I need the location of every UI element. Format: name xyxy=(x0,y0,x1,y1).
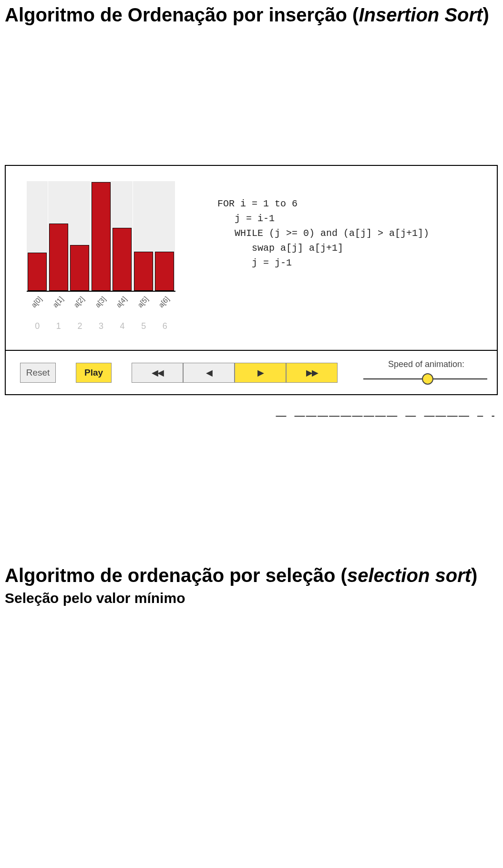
play-button-label: Play xyxy=(84,368,103,378)
pseudocode-block: FOR i = 1 to 6 j = i-1 WHILE (j >= 0) an… xyxy=(189,181,488,270)
bar-column[interactable] xyxy=(154,181,175,291)
bar-column[interactable] xyxy=(112,181,133,291)
heading2-prefix: Algoritmo de ordenação por seleção ( xyxy=(5,565,347,586)
heading-text-prefix: Algoritmo de Ordenação por inserção ( xyxy=(5,4,359,25)
reset-button[interactable]: Reset xyxy=(20,363,56,383)
bar xyxy=(70,245,89,291)
bar-column[interactable] xyxy=(69,181,90,291)
bar-column[interactable] xyxy=(48,181,69,291)
page-title-insertion-sort: Algoritmo de Ordenação por inserção (Ins… xyxy=(5,3,498,27)
visualization-body: a[0]a[1]a[2]a[3]a[4]a[5]a[6] 0123456 FOR… xyxy=(6,166,497,351)
step-back-button[interactable]: ◀ xyxy=(183,363,235,383)
bar xyxy=(28,253,47,291)
heading2-italic: selection sort xyxy=(347,565,471,586)
bar xyxy=(134,252,153,291)
page-title-selection-sort: Algoritmo de ordenação por seleção (sele… xyxy=(5,565,498,586)
reset-button-label: Reset xyxy=(26,368,50,378)
bar xyxy=(155,252,174,291)
heading2-suffix: ) xyxy=(471,565,477,586)
fast-forward-icon: ▶▶ xyxy=(306,368,318,378)
rewind-icon: ◀◀ xyxy=(152,368,163,378)
heading-text-suffix: ) xyxy=(482,4,489,25)
slider-thumb[interactable] xyxy=(422,373,433,385)
step-back-icon: ◀ xyxy=(206,368,212,378)
speed-control: Speed of animation: xyxy=(363,359,487,386)
bar-column[interactable] xyxy=(91,181,112,291)
subheading-selection-min: Seleção pelo valor mínimo xyxy=(5,590,498,606)
visualization-panel: a[0]a[1]a[2]a[3]a[4]a[5]a[6] 0123456 FOR… xyxy=(5,165,498,395)
heading-text-italic: Insertion Sort xyxy=(359,4,482,25)
speed-slider[interactable] xyxy=(363,372,487,386)
bar xyxy=(49,224,68,291)
fast-forward-button[interactable]: ▶▶ xyxy=(286,363,338,383)
step-forward-icon: ▶ xyxy=(257,368,263,378)
bar-column[interactable] xyxy=(27,181,48,291)
bar-chart: a[0]a[1]a[2]a[3]a[4]a[5]a[6] 0123456 xyxy=(27,181,189,331)
play-button[interactable]: Play xyxy=(76,363,112,383)
controls-bar: Reset Play ◀◀ ◀ ▶ ▶▶ Speed of xyxy=(6,351,497,394)
step-forward-button[interactable]: ▶ xyxy=(235,363,286,383)
bar xyxy=(113,228,132,291)
speed-label: Speed of animation: xyxy=(388,359,464,369)
figure-credit-line: — ————————— — ———— – - xyxy=(5,409,496,422)
bar xyxy=(92,182,111,291)
rewind-button[interactable]: ◀◀ xyxy=(132,363,183,383)
step-nav-group: ◀◀ ◀ ▶ ▶▶ xyxy=(132,363,338,383)
bar-column[interactable] xyxy=(133,181,154,291)
